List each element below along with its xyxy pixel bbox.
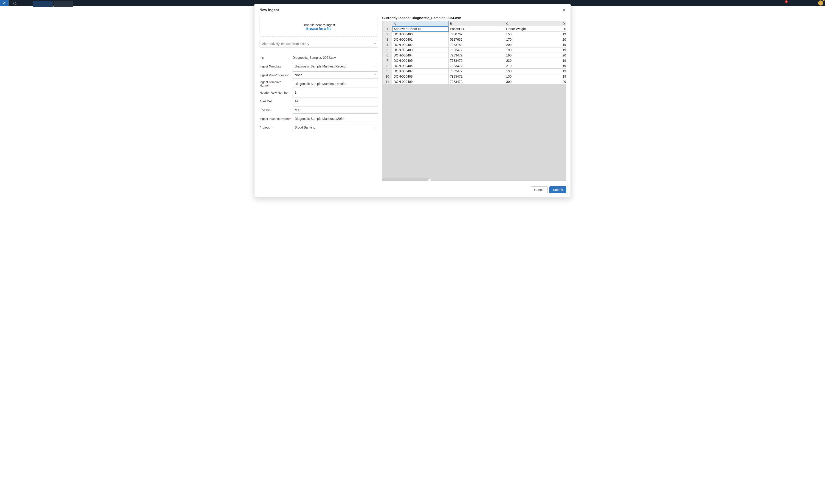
- file-label: File: [259, 56, 292, 60]
- cancel-button[interactable]: Cancel: [531, 186, 548, 193]
- grid-corner[interactable]: [383, 21, 392, 26]
- ingest-template-label: Ingest Template: [259, 65, 292, 68]
- template-name-input[interactable]: [292, 80, 378, 87]
- grid-row-header[interactable]: 1: [383, 26, 392, 32]
- grid-cell[interactable]: DON-000407: [392, 69, 449, 74]
- grid-cell[interactable]: 7983472: [449, 79, 505, 84]
- grid-cell[interactable]: 1984: [561, 74, 566, 79]
- grid-cell[interactable]: DON-000409: [392, 79, 449, 84]
- dropzone-text: Drop file here to ingest: [262, 23, 375, 27]
- grid-cell[interactable]: 1988: [561, 48, 566, 53]
- grid-cell[interactable]: DON-000404: [392, 53, 449, 58]
- header-row-input[interactable]: [292, 89, 378, 96]
- history-select[interactable]: [259, 40, 378, 48]
- modal-header: New Ingest: [254, 4, 571, 16]
- spreadsheet-preview[interactable]: ABCD 1Approved Donor IDPatient IDDonor W…: [382, 21, 567, 181]
- grid-cell[interactable]: 7983472: [449, 69, 505, 74]
- grid-cell[interactable]: DON-000408: [392, 74, 449, 79]
- grid-cell[interactable]: DON-000401: [392, 37, 449, 42]
- grid-row-header[interactable]: 5: [383, 48, 392, 53]
- grid-row-header[interactable]: 7: [383, 58, 392, 63]
- grid-cell[interactable]: 1984: [561, 32, 566, 37]
- ingest-template-select[interactable]: [292, 63, 378, 70]
- start-cell-label: Start Cell: [259, 100, 292, 103]
- grid-cell[interactable]: 300: [505, 79, 561, 84]
- close-icon: [562, 8, 566, 12]
- grid-cell[interactable]: 7938762: [449, 32, 505, 37]
- horizontal-scrollbar[interactable]: [382, 178, 431, 181]
- project-select[interactable]: [292, 124, 378, 131]
- end-cell-label: End Cell: [259, 108, 292, 112]
- grid-cell[interactable]: DOB: [561, 26, 566, 32]
- grid-cell[interactable]: DON-000403: [392, 48, 449, 53]
- grid-cell[interactable]: Donor Weight: [505, 26, 561, 32]
- grid-cell[interactable]: 190: [505, 69, 561, 74]
- grid-col-header[interactable]: A: [392, 21, 449, 26]
- pre-processor-label: Ingest Pre-Processor: [259, 73, 292, 77]
- modal-footer: Cancel Submit: [254, 181, 571, 197]
- grid-cell[interactable]: 190: [505, 53, 561, 58]
- start-cell-input[interactable]: [292, 97, 378, 105]
- grid-cell[interactable]: 200: [505, 42, 561, 48]
- grid-cell[interactable]: 210: [505, 63, 561, 69]
- browse-file-link[interactable]: Browse for a file: [262, 27, 375, 30]
- grid-cell[interactable]: Patient ID: [449, 26, 505, 32]
- grid-row-header[interactable]: 11: [383, 79, 392, 84]
- grid-row-header[interactable]: 6: [383, 53, 392, 58]
- grid-cell[interactable]: 1984: [561, 63, 566, 69]
- grid-cell[interactable]: 5827635: [449, 37, 505, 42]
- grid-cell[interactable]: DON-000406: [392, 63, 449, 69]
- grid-cell[interactable]: 2004: [561, 79, 566, 84]
- grid-cell[interactable]: 7983472: [449, 63, 505, 69]
- grid-col-header[interactable]: D: [561, 21, 566, 26]
- instance-name-input[interactable]: [292, 115, 378, 122]
- grid-row-header[interactable]: 4: [383, 42, 392, 48]
- template-name-label: Ingest Template Name*: [259, 80, 292, 87]
- grid-row-header[interactable]: 3: [383, 37, 392, 42]
- grid-cell[interactable]: 7983472: [449, 53, 505, 58]
- grid-row-header[interactable]: 9: [383, 69, 392, 74]
- grid-cell[interactable]: 150: [505, 32, 561, 37]
- grid-cell[interactable]: 170: [505, 37, 561, 42]
- instance-name-label: Ingest Instance Name*: [259, 117, 292, 120]
- grid-cell[interactable]: DON-000402: [392, 42, 449, 48]
- grid-col-header[interactable]: C: [505, 21, 561, 26]
- grid-cell[interactable]: 1992: [561, 69, 566, 74]
- currently-loaded-label: Currently loaded: Diagnostic_Samples-205…: [382, 16, 567, 21]
- grid-cell[interactable]: 190: [505, 48, 561, 53]
- grid-cell[interactable]: 1984: [561, 42, 566, 48]
- new-ingest-modal: New Ingest Drop file here to ingest Brow…: [254, 4, 571, 197]
- grid-cell[interactable]: 7983472: [449, 74, 505, 79]
- modal-title: New Ingest: [259, 8, 279, 12]
- grid-cell[interactable]: 2001: [561, 53, 566, 58]
- modal-backdrop: New Ingest Drop file here to ingest Brow…: [0, 0, 825, 504]
- grid-row-header[interactable]: 8: [383, 63, 392, 69]
- end-cell-input[interactable]: [292, 106, 378, 113]
- grid-cell[interactable]: 1283752: [449, 42, 505, 48]
- grid-cell[interactable]: DON-000400: [392, 32, 449, 37]
- grid-row-header[interactable]: 10: [383, 74, 392, 79]
- grid-cell[interactable]: Approved Donor ID: [392, 26, 449, 32]
- grid-cell[interactable]: 7983472: [449, 48, 505, 53]
- grid-cell[interactable]: 230: [505, 58, 561, 63]
- submit-button[interactable]: Submit: [549, 186, 567, 193]
- grid-row-header[interactable]: 2: [383, 32, 392, 37]
- grid-cell[interactable]: DON-000405: [392, 58, 449, 63]
- grid-col-header[interactable]: B: [449, 21, 505, 26]
- header-row-label: Header Row Number: [259, 91, 292, 94]
- file-dropzone[interactable]: Drop file here to ingest Browse for a fi…: [259, 16, 378, 37]
- modal-close-button[interactable]: [561, 8, 567, 13]
- file-value: Diagnostic_Samples-2054.csv: [292, 56, 378, 60]
- grid-cell[interactable]: 7983472: [449, 58, 505, 63]
- grid-cell[interactable]: 130: [505, 74, 561, 79]
- pre-processor-select[interactable]: [292, 71, 378, 79]
- grid-cell[interactable]: 2000: [561, 37, 566, 42]
- project-label: Project: *: [259, 126, 292, 129]
- grid-cell[interactable]: 1984: [561, 58, 566, 63]
